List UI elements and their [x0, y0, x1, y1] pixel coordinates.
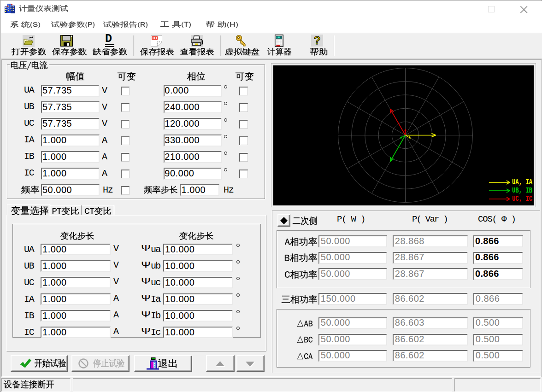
svg-text:?: ? — [314, 35, 321, 47]
